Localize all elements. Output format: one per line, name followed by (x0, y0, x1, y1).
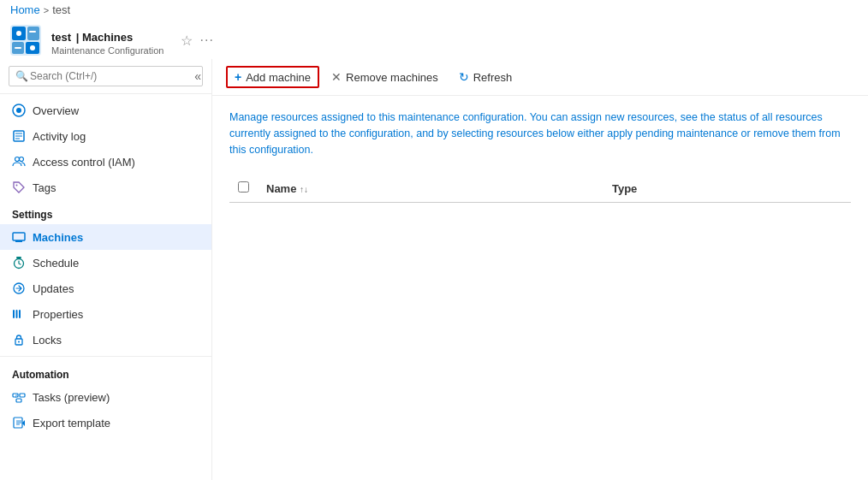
page-subtitle: Maintenance Configuration (51, 45, 163, 56)
title-separator: | (76, 31, 82, 44)
svg-point-28 (18, 341, 20, 343)
svg-rect-30 (20, 394, 25, 397)
svg-rect-19 (15, 240, 22, 242)
sidebar-item-label-machines: Machines (33, 231, 83, 244)
search-input[interactable] (9, 66, 203, 86)
page-name: Machines (82, 31, 133, 44)
svg-point-10 (16, 108, 21, 113)
name-column-label: Name (266, 182, 300, 195)
add-icon: + (235, 70, 241, 84)
sidebar-item-tasks-preview[interactable]: Tasks (preview) (0, 384, 211, 410)
settings-section-header: Settings (0, 200, 211, 224)
remove-icon: ✕ (331, 70, 342, 84)
sidebar-item-label-tasks: Tasks (preview) (33, 391, 110, 404)
sidebar-item-label-updates: Updates (33, 282, 74, 295)
svg-rect-7 (15, 47, 21, 49)
export-template-icon (12, 416, 26, 430)
content-body: Manage resources assigned to this mainte… (212, 96, 868, 480)
collapse-sidebar-button[interactable]: « (194, 69, 201, 83)
sidebar-item-overview[interactable]: Overview (0, 98, 211, 123)
page-title-group: test | Machines Maintenance Configuratio… (51, 26, 163, 56)
automation-section-header: Automation (0, 360, 211, 384)
maintenance-config-icon (10, 25, 41, 56)
select-all-checkbox[interactable] (238, 181, 249, 193)
sidebar-item-label-locks: Locks (33, 334, 62, 347)
updates-icon (12, 281, 26, 295)
sidebar: 🔍 « Overview Activity log (0, 59, 212, 480)
breadcrumb-home[interactable]: Home (10, 3, 40, 16)
svg-rect-2 (27, 27, 39, 40)
refresh-icon: ↻ (459, 70, 469, 84)
resource-name: test (51, 31, 71, 44)
sidebar-item-label-export-template: Export template (33, 417, 110, 430)
svg-rect-20 (15, 234, 23, 239)
svg-rect-26 (19, 310, 21, 318)
sidebar-item-label-tags: Tags (33, 181, 56, 194)
sidebar-item-label-schedule: Schedule (33, 257, 79, 270)
add-machine-button[interactable]: + Add machine (226, 66, 319, 88)
schedule-icon (12, 256, 26, 270)
access-control-icon (12, 155, 26, 169)
page-title: test | Machines (51, 26, 163, 45)
remove-machines-button[interactable]: ✕ Remove machines (323, 66, 447, 88)
sidebar-item-properties[interactable]: Properties (0, 301, 211, 327)
svg-point-8 (30, 45, 35, 50)
resource-icon (10, 25, 41, 56)
header-actions: ☆ ··· (181, 33, 213, 49)
svg-point-16 (20, 157, 24, 162)
svg-rect-24 (13, 310, 15, 318)
locks-icon (12, 333, 26, 347)
svg-point-15 (15, 157, 20, 162)
sidebar-item-export-template[interactable]: Export template (0, 410, 211, 436)
sidebar-item-access-control[interactable]: Access control (IAM) (0, 149, 211, 175)
svg-rect-22 (16, 257, 21, 258)
favorite-button[interactable]: ☆ (181, 33, 193, 49)
tags-icon (12, 181, 26, 194)
content-area: + Add machine ✕ Remove machines ↻ Refres… (212, 59, 868, 480)
sidebar-item-label-properties: Properties (33, 308, 83, 321)
table-header: Name ↑↓ Type (229, 175, 851, 203)
breadcrumb-separator: > (44, 5, 49, 15)
type-column-header: Type (603, 175, 851, 203)
svg-point-17 (16, 185, 18, 187)
name-sort-icon[interactable]: ↑↓ (300, 185, 308, 194)
machines-table: Name ↑↓ Type (229, 175, 851, 203)
more-options-button[interactable]: ··· (199, 33, 213, 48)
svg-point-5 (16, 31, 21, 36)
svg-rect-31 (16, 399, 21, 402)
machines-icon (12, 230, 26, 244)
sidebar-item-tags[interactable]: Tags (0, 175, 211, 200)
add-machine-label: Add machine (246, 71, 311, 84)
sidebar-item-label-overview: Overview (33, 104, 79, 117)
sidebar-item-updates[interactable]: Updates (0, 276, 211, 301)
breadcrumb: Home > test (0, 0, 868, 20)
sidebar-item-label-access-control: Access control (IAM) (33, 156, 135, 169)
sidebar-item-label-activity-log: Activity log (33, 130, 86, 143)
overview-icon (12, 104, 26, 117)
remove-machines-label: Remove machines (346, 71, 438, 84)
main-layout: 🔍 « Overview Activity log (0, 59, 868, 480)
sidebar-item-schedule[interactable]: Schedule (0, 250, 211, 276)
toolbar: + Add machine ✕ Remove machines ↻ Refres… (212, 59, 868, 96)
tasks-icon (12, 390, 26, 404)
svg-rect-25 (16, 310, 18, 318)
page-header: test | Machines Maintenance Configuratio… (0, 20, 868, 59)
sidebar-search-container: 🔍 « (0, 59, 211, 94)
properties-icon (12, 307, 26, 321)
sidebar-item-activity-log[interactable]: Activity log (0, 123, 211, 149)
sidebar-nav: Overview Activity log Access control (IA… (0, 94, 211, 470)
automation-section-divider (0, 356, 211, 357)
refresh-button[interactable]: ↻ Refresh (450, 66, 521, 88)
sidebar-item-machines[interactable]: Machines (0, 224, 211, 250)
type-column-label: Type (612, 182, 637, 195)
activity-log-icon (12, 129, 26, 143)
svg-rect-6 (29, 31, 36, 33)
sidebar-item-locks[interactable]: Locks (0, 327, 211, 353)
breadcrumb-current: test (52, 3, 70, 16)
select-all-column (229, 175, 258, 203)
info-text: Manage resources assigned to this mainte… (229, 110, 846, 157)
refresh-label: Refresh (473, 71, 513, 84)
name-column-header: Name ↑↓ (258, 175, 603, 203)
